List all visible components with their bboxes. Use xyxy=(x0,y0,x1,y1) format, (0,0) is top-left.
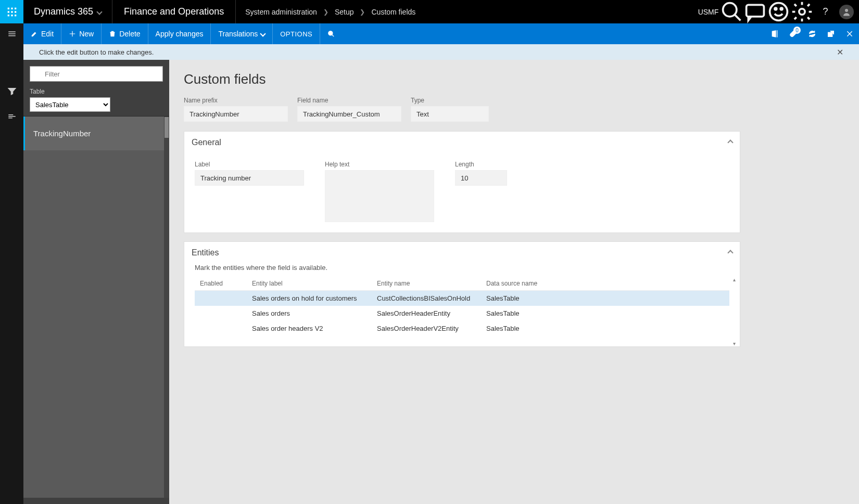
help-icon: ? xyxy=(823,6,828,17)
label-value[interactable]: Tracking number xyxy=(195,170,304,186)
svg-rect-6 xyxy=(7,15,9,16)
breadcrumb-item[interactable]: Setup xyxy=(335,8,354,16)
svg-rect-1 xyxy=(11,7,12,9)
breadcrumb-item[interactable]: Custom fields xyxy=(371,8,415,16)
scroll-down-icon[interactable]: ▾ xyxy=(733,341,736,346)
table-row[interactable]: Sales orders on hold for customersCustCo… xyxy=(195,291,729,306)
related-info-button[interactable] xyxy=(0,106,23,126)
col-entity-name[interactable]: Entity name xyxy=(372,277,481,291)
cell-data-source: SalesTable xyxy=(481,306,729,321)
find-button[interactable] xyxy=(320,23,342,44)
lines-icon xyxy=(7,111,17,121)
svg-point-16 xyxy=(845,9,848,12)
entities-header[interactable]: Entities xyxy=(184,242,740,264)
svg-rect-19 xyxy=(828,32,832,36)
field-name-value[interactable]: TrackingNumber_Custom xyxy=(297,106,401,122)
new-label: New xyxy=(79,30,94,38)
search-icon xyxy=(327,30,335,37)
app-launcher[interactable] xyxy=(0,0,23,23)
options-button[interactable]: OPTIONS xyxy=(273,23,320,44)
hamburger-button[interactable] xyxy=(0,23,23,44)
entities-scrollbar[interactable]: ▴ ▾ xyxy=(730,277,738,346)
cell-enabled[interactable] xyxy=(195,321,247,336)
smile-icon xyxy=(767,0,790,23)
messages-button[interactable] xyxy=(743,0,767,23)
filter-input[interactable] xyxy=(30,66,163,82)
search-button[interactable] xyxy=(720,0,743,23)
entities-card: Entities Mark the entities where the fie… xyxy=(184,241,740,347)
filter-pane-button[interactable] xyxy=(0,81,23,101)
brand-dropdown[interactable]: Dynamics 365 xyxy=(23,0,112,23)
cell-data-source: SalesTable xyxy=(481,291,729,306)
cell-entity-label: Sales order headers V2 xyxy=(247,321,372,336)
svg-point-14 xyxy=(780,8,782,10)
type-value[interactable]: Text xyxy=(411,106,489,122)
main-content: Custom fields Name prefix TrackingNumber… xyxy=(169,60,859,504)
popout-icon xyxy=(827,30,835,38)
cell-enabled[interactable] xyxy=(195,291,247,306)
cell-enabled[interactable] xyxy=(195,306,247,321)
length-label: Length xyxy=(455,161,507,168)
user-avatar[interactable] xyxy=(839,5,854,19)
list-scrollbar[interactable] xyxy=(164,117,169,498)
settings-button[interactable] xyxy=(790,0,814,23)
apply-changes-button[interactable]: Apply changes xyxy=(148,23,211,44)
chevron-up-icon xyxy=(727,139,733,145)
help-text-value[interactable] xyxy=(325,170,434,222)
general-header[interactable]: General xyxy=(184,132,740,153)
feedback-button[interactable] xyxy=(767,0,790,23)
chevron-down-icon xyxy=(96,9,102,15)
popout-button[interactable] xyxy=(822,23,840,44)
col-entity-label[interactable]: Entity label xyxy=(247,277,372,291)
entities-title: Entities xyxy=(192,248,219,257)
record-list-item[interactable]: TrackingNumber xyxy=(23,117,169,150)
translations-button[interactable]: Translations xyxy=(211,23,273,44)
help-text-field: Help text xyxy=(325,161,434,222)
col-enabled[interactable]: Enabled xyxy=(195,277,247,291)
options-label: OPTIONS xyxy=(280,30,312,38)
label-label: Label xyxy=(195,161,304,168)
svg-rect-3 xyxy=(7,11,9,12)
chevron-right-icon: ❯ xyxy=(323,8,329,16)
entities-table-wrap: Enabled Entity label Entity name Data so… xyxy=(184,277,740,346)
col-data-source[interactable]: Data source name xyxy=(481,277,729,291)
record-list: TrackingNumber xyxy=(23,116,169,498)
hamburger-icon xyxy=(7,29,17,38)
cell-entity-name: SalesOrderHeaderEntity xyxy=(372,306,481,321)
table-select[interactable]: SalesTable xyxy=(30,97,110,112)
length-field: Length 10 xyxy=(455,161,507,222)
label-field: Label Tracking number xyxy=(195,161,304,222)
breadcrumb-item[interactable]: System administration xyxy=(245,8,317,16)
breadcrumb: System administration ❯ Setup ❯ Custom f… xyxy=(236,0,697,23)
length-value[interactable]: 10 xyxy=(455,170,507,186)
table-label: Table xyxy=(30,88,163,95)
scroll-up-icon[interactable]: ▴ xyxy=(733,277,736,282)
legal-entity[interactable]: USMF xyxy=(697,0,720,23)
table-row[interactable]: Sales order headers V2SalesOrderHeaderV2… xyxy=(195,321,729,336)
close-button[interactable] xyxy=(840,23,859,44)
refresh-button[interactable] xyxy=(803,23,822,44)
svg-rect-5 xyxy=(15,11,16,12)
waffle-icon xyxy=(7,7,17,17)
help-label: Help text xyxy=(325,161,434,168)
workspace: 🔍 Table SalesTable TrackingNumber Custom… xyxy=(23,60,859,504)
header-fields: Name prefix TrackingNumber Field name Tr… xyxy=(184,97,740,122)
general-body: Label Tracking number Help text Length 1… xyxy=(184,153,740,232)
info-strip: Click the edit button to make changes. ✕ xyxy=(23,44,859,60)
name-prefix-value[interactable]: TrackingNumber xyxy=(184,106,288,122)
edit-button[interactable]: Edit xyxy=(23,23,61,44)
info-close-button[interactable]: ✕ xyxy=(837,47,843,57)
office-button[interactable] xyxy=(765,23,784,44)
entities-table: Enabled Entity label Entity name Data so… xyxy=(195,277,729,336)
action-bar-right: 0 xyxy=(765,23,859,44)
general-card: General Label Tracking number Help text … xyxy=(184,131,740,233)
svg-rect-7 xyxy=(11,15,12,16)
delete-button[interactable]: Delete xyxy=(102,23,148,44)
attachments-button[interactable]: 0 xyxy=(784,23,803,44)
pencil-icon xyxy=(31,30,38,37)
table-row[interactable]: Sales ordersSalesOrderHeaderEntitySalesT… xyxy=(195,306,729,321)
top-bar: Dynamics 365 Finance and Operations Syst… xyxy=(0,0,859,23)
info-text: Click the edit button to make changes. xyxy=(39,48,154,56)
help-button[interactable]: ? xyxy=(814,0,837,23)
new-button[interactable]: New xyxy=(61,23,102,44)
